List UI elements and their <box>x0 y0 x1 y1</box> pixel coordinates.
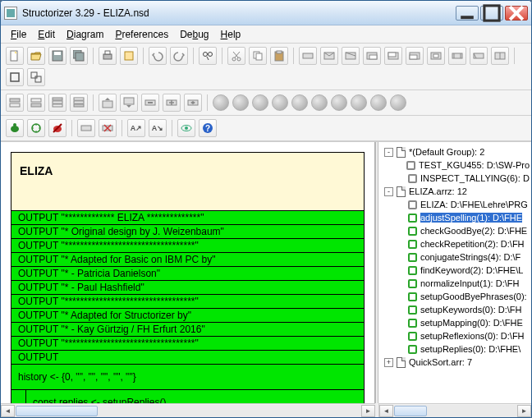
nsd-output-line[interactable]: OUTPUT "********************************… <box>11 295 364 309</box>
undo-button[interactable] <box>149 47 167 65</box>
menu-diagram[interactable]: Diagram <box>62 27 108 42</box>
nsd-output-line[interactable]: OUTPUT "********************************… <box>11 239 364 253</box>
collapse-el[interactable] <box>141 94 159 112</box>
el-case[interactable] <box>342 47 360 65</box>
color-8[interactable] <box>370 94 387 111</box>
menu-file[interactable]: File <box>6 27 31 42</box>
el-parallel[interactable] <box>491 47 509 65</box>
el-alt[interactable] <box>320 47 338 65</box>
cut-button[interactable] <box>227 47 245 65</box>
color-1[interactable] <box>232 94 249 111</box>
font-up-button[interactable]: A↗ <box>127 119 145 137</box>
nsd-output-line[interactable]: OUTPUT "* - Patricia Danielson" <box>11 267 364 281</box>
open-button[interactable] <box>27 47 45 65</box>
tree-item[interactable]: setupGoodByePhrases(0): <box>380 290 530 303</box>
el-while[interactable] <box>384 47 402 65</box>
el-after[interactable] <box>27 94 45 112</box>
expand-el[interactable] <box>163 94 181 112</box>
paste-button[interactable] <box>270 47 288 65</box>
titlebar[interactable]: Structorizer 3.29 - ELIZA.nsd <box>1 1 531 25</box>
nsd-output-line[interactable]: OUTPUT <box>11 351 364 365</box>
nsd-output-line[interactable]: OUTPUT "* Original design by J. Weizenba… <box>11 225 364 239</box>
nsd-loop-gutter[interactable] <box>11 390 26 403</box>
tree-item[interactable]: conjugateStrings(4): D:\F <box>380 250 530 264</box>
el-repeat[interactable] <box>406 47 424 65</box>
nsd-output-line[interactable]: OUTPUT "* Adapted for Basic on IBM PC by… <box>11 253 364 267</box>
new-button[interactable] <box>6 47 24 65</box>
tree-group-eliza[interactable]: -ELIZA.arrz: 12 <box>380 185 530 198</box>
view-single[interactable] <box>6 68 24 86</box>
color-5[interactable] <box>311 94 328 111</box>
el-before[interactable] <box>6 94 24 112</box>
menu-help[interactable]: Help <box>216 27 246 42</box>
stop-debug-button[interactable] <box>48 119 66 137</box>
run-button[interactable] <box>27 119 45 137</box>
nsd-sub-1[interactable]: const replies <- setupReplies() <box>26 390 364 403</box>
move-up[interactable] <box>99 94 117 112</box>
move-down[interactable] <box>120 94 138 112</box>
tree-item[interactable]: ELIZA: D:\FHE\Lehre\PRG <box>380 198 530 211</box>
color-9[interactable] <box>390 94 406 111</box>
turtle-button[interactable] <box>6 119 24 137</box>
h-scroll-right[interactable]: ◄► <box>378 403 531 417</box>
el-before2[interactable] <box>48 94 66 112</box>
view-multi[interactable] <box>27 68 45 86</box>
el-for[interactable] <box>363 47 381 65</box>
el-jump[interactable] <box>470 47 488 65</box>
minimize-button[interactable] <box>456 6 479 21</box>
color-0[interactable] <box>213 94 229 111</box>
color-4[interactable] <box>291 94 308 111</box>
tree-item[interactable]: TEST_KGU455: D:\SW-Pro <box>380 158 530 172</box>
nsd-output-line[interactable]: OUTPUT "* - Kay Gürtzig / FH Erfurt 2016… <box>11 323 364 337</box>
el-after2[interactable] <box>70 94 88 112</box>
collapse-icon[interactable]: - <box>384 148 393 157</box>
nsd-title[interactable]: ELIZA <box>11 152 365 211</box>
tree-item[interactable]: findKeyword(2): D:\FHE\L <box>380 264 530 277</box>
tree-item[interactable]: normalizeInput(1): D:\FH <box>380 277 530 290</box>
el-call[interactable] <box>448 47 466 65</box>
color-7[interactable] <box>351 94 367 111</box>
h-scroll-left[interactable]: ◄► <box>1 403 375 417</box>
edit-el-button[interactable] <box>77 119 95 137</box>
tree-group-quicksort[interactable]: +QuickSort.arr: 7 <box>380 356 530 369</box>
tree-group-default[interactable]: -*(Default Group): 2 <box>380 145 530 158</box>
tree-pane[interactable]: -*(Default Group): 2TEST_KGU455: D:\SW-P… <box>378 142 531 403</box>
transmute[interactable] <box>184 94 202 112</box>
font-down-button[interactable]: A↘ <box>149 119 167 137</box>
close-button[interactable] <box>505 6 528 21</box>
find-button[interactable] <box>199 47 217 65</box>
menu-debug[interactable]: Debug <box>175 27 213 42</box>
collapse-icon[interactable]: - <box>384 187 393 196</box>
menu-edit[interactable]: Edit <box>33 27 60 42</box>
nsd-history[interactable]: history <- {0, "", "", "", "", ""} <box>11 365 364 390</box>
redo-button[interactable] <box>170 47 188 65</box>
el-instruction[interactable] <box>299 47 317 65</box>
color-2[interactable] <box>252 94 268 111</box>
tree-item[interactable]: setupReplies(0): D:\FHE\ <box>380 342 530 356</box>
saveall-button[interactable] <box>70 47 88 65</box>
color-6[interactable] <box>331 94 347 111</box>
tree-item[interactable]: adjustSpelling(1): D:\FHE <box>380 211 530 224</box>
tree-item[interactable]: INSPECT_TALLYING(6): D <box>380 172 530 185</box>
copy-button[interactable] <box>249 47 267 65</box>
delete-el-button[interactable] <box>99 119 117 137</box>
tree-item[interactable]: setupKeywords(0): D:\FH <box>380 303 530 316</box>
show-button[interactable] <box>177 119 195 137</box>
maximize-button[interactable] <box>480 6 503 21</box>
menu-preferences[interactable]: Preferences <box>110 27 173 42</box>
color-3[interactable] <box>272 94 288 111</box>
expand-icon[interactable]: + <box>384 358 393 367</box>
save-button[interactable] <box>48 47 66 65</box>
nsd-output-line[interactable]: OUTPUT "************* ELIZA ************… <box>11 211 364 225</box>
tree-item[interactable]: setupMapping(0): D:\FHE <box>380 316 530 329</box>
diagram-pane[interactable]: ELIZA OUTPUT "************* ELIZA ******… <box>1 142 375 403</box>
nsd-output-line[interactable]: OUTPUT "* - Paul Hashfield" <box>11 281 364 295</box>
export-button[interactable] <box>120 47 138 65</box>
print-button[interactable] <box>99 47 117 65</box>
nsd-output-line[interactable]: OUTPUT "********************************… <box>11 337 364 351</box>
help-button[interactable]: ? <box>199 119 217 137</box>
tree-item[interactable]: setupReflexions(0): D:\FH <box>380 329 530 342</box>
nsd-output-line[interactable]: OUTPUT "* Adapted for Structorizer by" <box>11 309 364 323</box>
el-forever[interactable] <box>427 47 445 65</box>
tree-item[interactable]: checkRepetition(2): D:\FH <box>380 237 530 250</box>
